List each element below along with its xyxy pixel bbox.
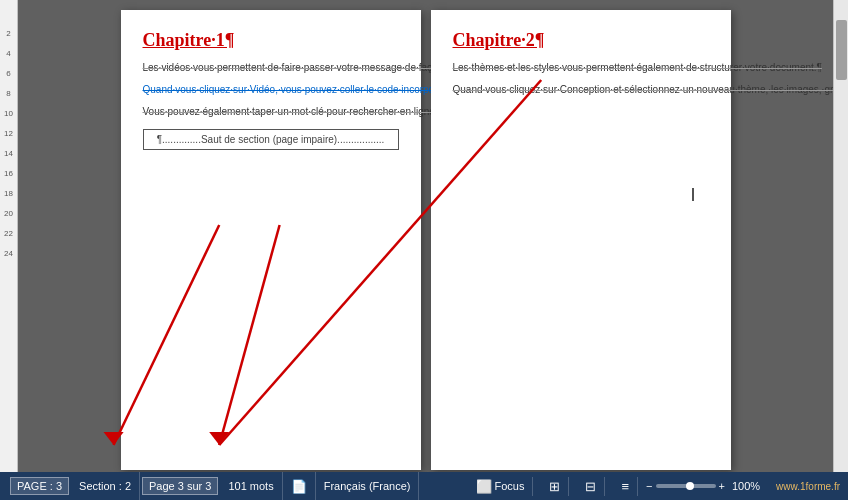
ruler-mark-16: 16 bbox=[0, 170, 17, 190]
ruler-left: 2 4 6 8 10 12 14 16 18 20 22 24 bbox=[0, 0, 18, 472]
page-of-status: Page 3 sur 3 bbox=[142, 477, 218, 495]
view-icon-1[interactable]: ⊞ bbox=[541, 477, 569, 496]
website-label: www.1forme.fr bbox=[776, 481, 840, 492]
page-of-label: Page 3 sur 3 bbox=[149, 480, 211, 492]
ruler-mark-24: 24 bbox=[0, 250, 17, 270]
view-web-icon: ≡ bbox=[621, 479, 629, 494]
content-area: 2 4 6 8 10 12 14 16 18 20 22 24 Chapitre… bbox=[0, 0, 848, 472]
pages-container: Chapitre·1¶ Les·vidéos·vous·permettent·d… bbox=[18, 0, 833, 472]
ruler-mark-2: 2 bbox=[0, 30, 17, 50]
focus-status[interactable]: ⬜ Focus bbox=[468, 477, 534, 496]
section-break-box: ¶..............Saut de section (page imp… bbox=[143, 129, 399, 150]
language-status: Français (France) bbox=[316, 472, 420, 500]
page-label: PAGE : 3 bbox=[17, 480, 62, 492]
ruler-mark-22: 22 bbox=[0, 230, 17, 250]
page2-body1: Les·thèmes·et·les·styles·vous·permettent… bbox=[453, 61, 709, 75]
zoom-percent-label: 100% bbox=[732, 480, 760, 492]
page-status: PAGE : 3 bbox=[10, 477, 69, 495]
ruler-mark-18: 18 bbox=[0, 190, 17, 210]
status-right-group: ⬜ Focus ⊞ ⊟ ≡ − + 100% ww bbox=[468, 477, 840, 496]
chapter-2-heading: Chapitre·2¶ bbox=[453, 30, 709, 51]
chapter-1-heading: Chapitre·1¶ bbox=[143, 30, 399, 51]
app-container: 2 4 6 8 10 12 14 16 18 20 22 24 Chapitre… bbox=[0, 0, 848, 500]
section-status: Section : 2 bbox=[71, 472, 140, 500]
focus-icon: ⬜ bbox=[476, 479, 492, 494]
ruler-mark-14: 14 bbox=[0, 150, 17, 170]
word-count-status: 101 mots bbox=[220, 472, 282, 500]
ruler-mark-6: 6 bbox=[0, 70, 17, 90]
zoom-control[interactable]: − + 100% bbox=[646, 480, 760, 492]
view-read-icon: ⊟ bbox=[585, 479, 596, 494]
zoom-plus-button[interactable]: + bbox=[719, 480, 725, 492]
cursor-ibeam: I bbox=[690, 185, 695, 206]
scrollbar-thumb[interactable] bbox=[836, 20, 847, 80]
word-count-label: 101 mots bbox=[228, 480, 273, 492]
view-layout-icon: ⊞ bbox=[549, 479, 560, 494]
ruler-mark-4: 4 bbox=[0, 50, 17, 70]
focus-label: Focus bbox=[495, 480, 525, 492]
ruler-mark-20: 20 bbox=[0, 210, 17, 230]
status-bar: PAGE : 3 Section : 2 Page 3 sur 3 101 mo… bbox=[0, 472, 848, 500]
page-2: Chapitre·2¶ Les·thèmes·et·les·styles·vou… bbox=[431, 10, 731, 470]
section-break-text: ¶..............Saut de section (page imp… bbox=[157, 134, 385, 145]
page1-body3: Vous·pouvez·également·taper·un·mot·clé·p… bbox=[143, 105, 399, 119]
page2-body2: Quand·vous·cliquez·sur·Conception·et·sél… bbox=[453, 83, 709, 97]
page-1: Chapitre·1¶ Les·vidéos·vous·permettent·d… bbox=[121, 10, 421, 470]
ruler-mark-12: 12 bbox=[0, 130, 17, 150]
zoom-slider-thumb[interactable] bbox=[686, 482, 694, 490]
view-icon-2[interactable]: ⊟ bbox=[577, 477, 605, 496]
ruler-mark-10: 10 bbox=[0, 110, 17, 130]
ruler-mark-8: 8 bbox=[0, 90, 17, 110]
doc-check-icon: 📄 bbox=[291, 479, 307, 494]
page1-body1: Les·vidéos·vous·permettent·de·faire·pass… bbox=[143, 61, 399, 75]
scrollbar-right[interactable] bbox=[833, 0, 848, 472]
doc-check-icon-area: 📄 bbox=[283, 472, 316, 500]
view-icon-3[interactable]: ≡ bbox=[613, 477, 638, 496]
section-label: Section : 2 bbox=[79, 480, 131, 492]
website-watermark: www.1forme.fr bbox=[776, 481, 840, 492]
zoom-minus-button[interactable]: − bbox=[646, 480, 652, 492]
language-label: Français (France) bbox=[324, 480, 411, 492]
zoom-slider[interactable] bbox=[656, 484, 716, 488]
page1-body2: Quand·vous·cliquez·sur·Vidéo,·vous·pouve… bbox=[143, 83, 399, 97]
